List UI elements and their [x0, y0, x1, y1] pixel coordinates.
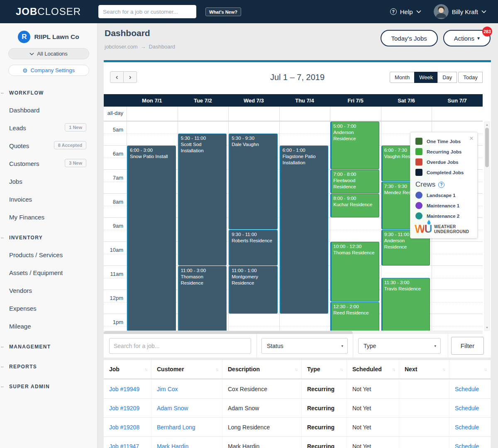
chevron-down-icon — [29, 52, 34, 56]
allday-cell-mon-7-1[interactable] — [127, 107, 178, 121]
sidebar-item-expenses[interactable]: Expenses — [9, 305, 97, 312]
sort-icon[interactable]: ↑↓ — [295, 367, 297, 372]
calendar-event-dale-vaughn[interactable]: 5:30 - 9:30Dale Vaughn — [229, 134, 278, 229]
column-header-description[interactable]: Description↑↓ — [222, 360, 302, 378]
allday-cell-sun-7-7[interactable] — [432, 107, 483, 121]
vertical-scrollbar[interactable]: ▲ ▼ — [484, 122, 490, 331]
column-header-job[interactable]: Job↑↓ — [104, 360, 151, 378]
customer-link[interactable]: Mark Hardin — [157, 443, 188, 448]
status-select[interactable]: Status ▾ — [261, 338, 348, 354]
column-header-next[interactable]: Next↑↓ — [399, 360, 449, 378]
view-button-day[interactable]: Day — [437, 72, 457, 83]
calendar-event-roberts-residence[interactable]: 9:30 - 11:00Roberts Residence — [229, 230, 278, 265]
app-logo[interactable]: JOBCLOSER — [16, 6, 81, 17]
calendar-event-flagstone-patio-installation[interactable]: 6:00 - 1:00Flagstone Patio Installation — [280, 146, 329, 314]
sort-icon[interactable]: ↑↓ — [392, 367, 395, 372]
type-select[interactable]: Type ▾ — [358, 338, 441, 354]
job-link[interactable]: Job #19208 — [109, 424, 139, 431]
view-button-today[interactable]: Today — [458, 72, 483, 83]
user-menu[interactable]: Billy Kraft — [452, 8, 478, 15]
job-link[interactable]: Job #19209 — [109, 405, 139, 411]
global-search-input[interactable] — [98, 5, 196, 18]
locations-dropdown[interactable]: All Locations — [8, 48, 89, 59]
droplet-icon — [427, 220, 431, 224]
calendar-event-anderson-residence[interactable]: 5:00 - 7:00Anderson Residence — [330, 122, 379, 169]
sort-icon[interactable]: ↑↓ — [442, 367, 445, 372]
sidebar-item-jobs[interactable]: Jobs — [9, 178, 97, 185]
allday-cell-fri-7-5[interactable] — [330, 107, 381, 121]
customer-link[interactable]: Adam Snow — [157, 405, 188, 411]
scroll-down-icon[interactable]: ▼ — [485, 326, 489, 329]
allday-cell-thu-7-4[interactable] — [279, 107, 330, 121]
calendar-event-montgomery-residence[interactable]: 11:00 - 1:00Montgomery Residence — [229, 266, 278, 314]
sort-icon[interactable]: ↑↓ — [215, 367, 218, 372]
todays-jobs-button[interactable]: Today's Jobs — [381, 30, 438, 46]
day-header-gutter — [104, 94, 127, 107]
calendar-event-reed-residence[interactable]: 12:30 - 2:00Reed Residence — [330, 302, 379, 331]
calendar-event-thomason-residence[interactable]: 11:00 - 3:00Thomason Residence — [178, 266, 227, 331]
sidebar-item-assets-equipment[interactable]: Assets / Equipment — [9, 269, 97, 276]
sidebar-section-super-admin[interactable]: --SUPER ADMIN — [9, 384, 97, 390]
table-cell-schedule: Schedule — [449, 380, 491, 398]
job-link[interactable]: Job #19949 — [109, 386, 139, 392]
calendar-event-snow-patio-install[interactable]: 6:00 - 3:00Snow Patio Install — [127, 146, 176, 331]
view-button-month[interactable]: Month — [390, 72, 415, 83]
whats-new-button[interactable]: What's New? — [205, 7, 241, 16]
calendar-event-travis-residence[interactable]: 11:30 - 3:00Travis Residence — [381, 278, 430, 331]
sidebar-section-inventory[interactable]: --INVENTORY — [9, 235, 97, 241]
sidebar-item-leads[interactable]: Leads1 New — [9, 124, 97, 131]
schedule-link[interactable]: Schedule — [455, 405, 479, 411]
schedule-link[interactable]: Schedule — [455, 424, 479, 431]
view-button-week[interactable]: Week — [414, 72, 438, 83]
table-cell-customer: Adam Snow — [151, 399, 222, 417]
sort-icon[interactable]: ↑↓ — [340, 367, 342, 372]
column-header-type[interactable]: Type↑↓ — [302, 360, 347, 378]
column-header-scheduled[interactable]: Scheduled↑↓ — [347, 360, 399, 378]
sort-icon[interactable]: ↑↓ — [484, 367, 486, 372]
sidebar-item-mileage[interactable]: Mileage — [9, 323, 97, 330]
sidebar-section-reports[interactable]: --REPORTS — [9, 364, 97, 370]
sidebar-item-label: Invoices — [9, 196, 32, 203]
column-header-customer[interactable]: Customer↑↓ — [151, 360, 222, 378]
help-menu[interactable]: Help — [400, 8, 413, 15]
customer-link[interactable]: Bernhard Long — [157, 424, 195, 431]
calendar-event-scott-sod-installation[interactable]: 5:30 - 11:00Scott Sod Installation — [178, 134, 227, 265]
sidebar-item-dashboard[interactable]: Dashboard — [9, 107, 97, 114]
close-icon[interactable]: × — [469, 136, 474, 141]
calendar-event-thomas-residence[interactable]: 10:00 - 12:30Thomas Residence — [330, 242, 379, 302]
scroll-up-icon[interactable]: ▲ — [485, 123, 489, 126]
sidebar-section-workflow[interactable]: --WORKFLOW — [9, 90, 97, 96]
sidebar-item-my-finances[interactable]: My Finances — [9, 214, 97, 221]
allday-cell-tue-7-2[interactable] — [178, 107, 229, 121]
column-header-actions[interactable]: ↑↓ — [449, 360, 491, 378]
filter-button[interactable]: Filter — [451, 337, 484, 355]
sidebar-item-vendors[interactable]: Vendors — [9, 287, 97, 294]
sidebar-item-products-services[interactable]: Products / Services — [9, 251, 97, 258]
actions-button[interactable]: Actions ▾ 283 — [443, 30, 491, 46]
schedule-link[interactable]: Schedule — [455, 386, 479, 392]
sidebar-item-customers[interactable]: Customers3 New — [9, 160, 97, 167]
section-label: REPORTS — [9, 364, 37, 370]
customer-link[interactable]: Jim Cox — [157, 386, 178, 392]
allday-cell-sat-7-6[interactable] — [381, 107, 432, 121]
job-link[interactable]: Job #11947 — [109, 443, 139, 448]
calendar-event-kuchar-residence[interactable]: 8:00 - 9:00Kuchar Residence — [330, 194, 379, 217]
sidebar-item-quotes[interactable]: Quotes8 Accepted — [9, 142, 97, 149]
table-cell-description: Cox Residence — [222, 380, 302, 398]
time-label-5am: 5am — [104, 127, 123, 133]
company-settings-button[interactable]: ⚙ Company Settings — [8, 65, 89, 76]
help-circle-icon[interactable]: ? — [438, 182, 444, 188]
sidebar-section-management[interactable]: --MANAGEMENT — [9, 344, 97, 350]
breadcrumb-root[interactable]: jobcloser.com — [105, 44, 137, 50]
sort-icon[interactable]: ↑↓ — [144, 367, 147, 372]
avatar[interactable] — [434, 4, 449, 19]
calendar-event-fleetwood-residence[interactable]: 7:00 - 8:00Fleetwood Residence — [330, 170, 379, 193]
sidebar-item-invoices[interactable]: Invoices — [9, 196, 97, 203]
sidebar-item-label: Dashboard — [9, 107, 39, 114]
scrollbar-thumb[interactable] — [485, 128, 489, 167]
job-search-input[interactable] — [109, 338, 251, 354]
type-cell: Recurring — [307, 424, 334, 431]
schedule-link[interactable]: Schedule — [455, 443, 479, 448]
allday-cell-wed-7-3[interactable] — [228, 107, 279, 121]
table-cell-customer: Mark Hardin — [151, 437, 222, 448]
